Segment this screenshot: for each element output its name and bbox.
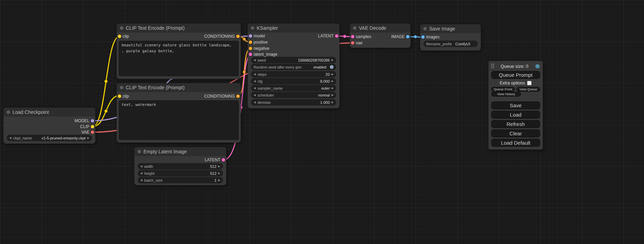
extra-options-row: Extra options	[491, 79, 540, 87]
output-port-vae[interactable]	[91, 130, 94, 134]
node-titlebar[interactable]: Save Image	[420, 24, 481, 33]
next-arrow-icon[interactable]: ▶	[332, 92, 334, 98]
output-label-vae: VAE	[81, 129, 89, 135]
input-port-negative[interactable]	[249, 47, 252, 50]
collapse-dot-icon[interactable]	[138, 150, 141, 153]
next-arrow-icon[interactable]: ▶	[332, 85, 334, 91]
node-title: Save Image	[429, 26, 455, 31]
width-widget[interactable]: ◀ width 512 ▶	[138, 163, 223, 169]
positive-prompt-textarea[interactable]: beautiful scenery nature glass bottle la…	[119, 41, 239, 76]
prev-arrow-icon[interactable]: ◀	[254, 99, 256, 105]
node-titlebar[interactable]: Empty Latent Image	[134, 147, 226, 156]
load-button[interactable]: Load	[491, 111, 540, 119]
prev-arrow-icon[interactable]: ◀	[254, 71, 256, 77]
node-empty-latent-image[interactable]: Empty Latent Image LATENT ◀ width 512 ▶ …	[134, 147, 226, 185]
sampler-name-widget[interactable]: ◀ sampler_name euler ▶	[251, 85, 336, 91]
node-titlebar[interactable]: KSampler	[248, 24, 339, 33]
refresh-button[interactable]: Refresh	[491, 120, 540, 128]
next-arrow-icon[interactable]: ▶	[332, 78, 334, 84]
node-vae-decode[interactable]: VAE Decode samples vae IMAGE	[350, 24, 411, 48]
height-widget[interactable]: ◀ height 512 ▶	[138, 170, 223, 176]
cfg-widget[interactable]: ◀ cfg 8.000 ▶	[251, 78, 336, 84]
widget-value: 1	[214, 178, 217, 182]
collapse-dot-icon[interactable]	[353, 26, 356, 30]
node-ksampler[interactable]: KSampler model positive negative latent_…	[248, 24, 339, 108]
panel-spacer	[491, 97, 540, 100]
queue-prompt-button[interactable]: Queue Prompt	[491, 71, 540, 79]
collapse-dot-icon[interactable]	[423, 27, 427, 30]
node-titlebar[interactable]: CLIP Text Encode (Prompt)	[117, 24, 241, 33]
view-history-button[interactable]: View History	[491, 92, 521, 97]
input-port-clip[interactable]	[118, 35, 121, 38]
next-arrow-icon[interactable]: ▶	[87, 135, 89, 141]
input-port-positive[interactable]	[249, 40, 252, 44]
node-save-image[interactable]: Save Image images filename_prefix ComfyU…	[420, 24, 481, 51]
seed-widget[interactable]: ◀ seed 156680208700286 ▶	[251, 57, 336, 63]
output-port-conditioning[interactable]	[236, 35, 240, 38]
output-port-model[interactable]	[91, 119, 94, 123]
input-port-model[interactable]	[249, 34, 252, 38]
node-clip-text-encode-positive[interactable]: CLIP Text Encode (Prompt) clip CONDITION…	[117, 24, 241, 79]
node-titlebar[interactable]: VAE Decode	[350, 24, 411, 33]
negative-prompt-textarea[interactable]: text, watermark	[119, 100, 239, 140]
next-arrow-icon[interactable]: ▶	[218, 170, 220, 176]
node-title: Empty Latent Image	[143, 149, 187, 154]
prev-arrow-icon[interactable]: ◀	[254, 57, 256, 63]
output-port-latent[interactable]	[222, 158, 225, 162]
output-port-conditioning[interactable]	[236, 94, 240, 98]
next-arrow-icon[interactable]: ▶	[332, 71, 334, 77]
input-port-clip[interactable]	[118, 94, 121, 98]
view-queue-button[interactable]: View Queue	[517, 87, 540, 92]
prev-arrow-icon[interactable]: ◀	[254, 92, 256, 98]
prev-arrow-icon[interactable]: ◀	[140, 163, 142, 169]
queue-front-button[interactable]: Queue Front	[491, 87, 515, 92]
prev-arrow-icon[interactable]: ◀	[254, 85, 256, 91]
output-port-clip[interactable]	[91, 125, 94, 128]
input-port-samples[interactable]	[351, 35, 354, 38]
next-arrow-icon[interactable]: ▶	[332, 99, 334, 105]
widget-name: sampler_name	[257, 86, 283, 90]
node-titlebar[interactable]: CLIP Text Encode (Prompt)	[117, 83, 241, 92]
drag-handle-icon[interactable]	[491, 64, 494, 69]
next-arrow-icon[interactable]: ▶	[218, 163, 220, 169]
widget-value: 156680208700286	[298, 58, 330, 62]
queue-size-label: Queue size: 0	[494, 64, 535, 69]
denoise-widget[interactable]: ◀ denoise 1.000 ▶	[251, 99, 336, 105]
output-port-image[interactable]	[406, 35, 409, 38]
filename-prefix-widget[interactable]: filename_prefix ComfyUI	[424, 41, 477, 47]
prev-arrow-icon[interactable]: ◀	[9, 135, 11, 141]
prev-arrow-icon[interactable]: ◀	[254, 78, 256, 84]
next-arrow-icon[interactable]: ▶	[218, 177, 220, 183]
prev-arrow-icon[interactable]: ◀	[140, 170, 142, 176]
extra-options-checkbox[interactable]	[527, 81, 531, 85]
node-titlebar[interactable]: Load Checkpoint	[3, 108, 95, 117]
collapse-dot-icon[interactable]	[7, 110, 10, 114]
next-arrow-icon[interactable]: ▶	[332, 57, 334, 63]
collapse-dot-icon[interactable]	[120, 26, 123, 30]
collapse-dot-icon[interactable]	[120, 86, 123, 89]
batch-size-widget[interactable]: ◀ batch_size 1 ▶	[138, 177, 223, 183]
input-port-images[interactable]	[421, 35, 425, 39]
input-port-vae[interactable]	[351, 41, 354, 45]
input-label-vae: vae	[356, 40, 362, 46]
node-clip-text-encode-negative[interactable]: CLIP Text Encode (Prompt) clip CONDITION…	[117, 83, 241, 143]
random-seed-toggle-widget[interactable]: Random seed after every gen enabled	[251, 64, 336, 70]
input-port-latent-image[interactable]	[249, 53, 252, 56]
save-button[interactable]: Save	[491, 101, 540, 109]
clear-button[interactable]: Clear	[491, 129, 540, 137]
load-default-button[interactable]: Load Default	[491, 139, 540, 147]
widget-value: 8.000	[320, 79, 330, 83]
ckpt-name-widget[interactable]: ◀ ckpt_name v1-5-pruned-emaonly.ckpt ▶	[7, 135, 92, 141]
node-load-checkpoint[interactable]: Load Checkpoint MODEL CLIP VAE ◀ ckpt_na…	[3, 108, 95, 144]
collapse-dot-icon[interactable]	[251, 26, 254, 30]
queue-control-panel[interactable]: Queue size: 0 Queue Prompt Extra options	[488, 61, 543, 150]
toggle-knob-icon[interactable]	[330, 65, 334, 69]
output-port-latent[interactable]	[335, 34, 338, 38]
settings-gear-icon[interactable]	[535, 63, 540, 69]
steps-widget[interactable]: ◀ steps 20 ▶	[251, 71, 336, 77]
node-graph-canvas[interactable]: Load Checkpoint MODEL CLIP VAE ◀ ckpt_na…	[0, 0, 644, 244]
scheduler-widget[interactable]: ◀ scheduler normal ▶	[251, 92, 336, 98]
extra-options-label: Extra options	[500, 81, 525, 85]
prev-arrow-icon[interactable]: ◀	[140, 177, 142, 183]
wire-midpoint-dot	[343, 35, 346, 38]
